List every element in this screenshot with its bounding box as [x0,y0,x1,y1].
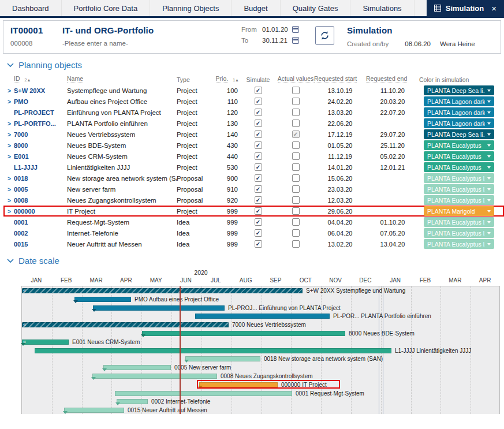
column-header-color-in-simulation[interactable]: Color in simulation [419,76,495,83]
cell-id[interactable]: E001 [14,153,67,160]
simulate-checkbox[interactable]: ✓ [255,120,262,127]
color-dropdown[interactable]: PLANTA Eucalyptus [424,151,494,161]
cell-id[interactable]: 0008 [14,197,67,204]
cell-id[interactable]: PL-PROJECT [14,109,67,116]
actual-values-checkbox[interactable]: ✓ [292,130,300,138]
nav-tab-planning-objects[interactable]: Planning Objects [150,0,232,16]
simulate-checkbox[interactable]: ✓ [255,240,262,248]
nav-tab-budget[interactable]: Budget [232,0,280,16]
simulate-checkbox[interactable]: ✓ [255,185,262,193]
calendar-icon[interactable] [292,26,299,33]
row-expander-icon[interactable]: > [3,197,14,204]
color-dropdown[interactable]: PLANTA Marigold [424,206,494,216]
color-dropdown[interactable]: PLANTA Eucalyptus l... [424,217,494,227]
column-header-name[interactable]: Name [67,75,177,83]
cell-id[interactable]: 0015 [14,241,67,248]
simulate-checkbox[interactable]: ✓ [255,218,262,226]
nav-tab-simulations[interactable]: Simulations [350,0,414,16]
gantt-bar[interactable] [185,356,260,361]
portfolio-name-placeholder[interactable]: -Please enter a name- [62,40,241,47]
close-icon[interactable]: × [491,4,496,13]
nav-tab-simulation-active[interactable]: Simulation × [427,0,504,16]
row-expander-icon[interactable]: > [3,175,14,182]
color-dropdown[interactable]: PLANTA Lagoon dark [424,107,494,117]
simulate-checkbox[interactable]: ✓ [255,130,262,138]
from-date-value[interactable]: 01.01.20 [262,26,292,33]
column-header-prio[interactable]: Prio.1▲ [214,75,239,83]
cell-id[interactable]: 8000 [14,142,67,149]
row-expander-icon[interactable]: > [3,208,14,215]
color-dropdown[interactable]: PLANTA Eucalyptus l... [424,239,494,249]
simulate-checkbox[interactable]: ✓ [255,196,262,204]
actual-values-checkbox[interactable] [292,120,300,127]
gantt-bar[interactable] [115,391,292,396]
row-expander-icon[interactable]: > [3,153,14,160]
column-header-type[interactable]: Type [177,76,214,83]
cell-id[interactable]: S+W 20XX [14,87,67,94]
color-dropdown[interactable]: PLANTA Eucalyptus l... [424,195,494,205]
column-header-actual-values[interactable]: Actual values [277,75,314,83]
actual-values-checkbox[interactable] [292,218,300,226]
actual-values-checkbox[interactable] [292,141,300,149]
actual-values-checkbox[interactable] [292,207,300,215]
cell-id[interactable]: PMO [14,98,67,105]
color-dropdown[interactable]: PLANTA Deep Sea li... [424,85,494,95]
gantt-bar[interactable] [93,305,225,311]
to-date-value[interactable]: 30.11.21 [262,37,292,44]
gantt-bar[interactable]: « [22,322,229,327]
color-dropdown[interactable]: PLANTA Eucalyptus l... [424,173,494,183]
cell-id[interactable]: 0001 [14,219,67,226]
row-expander-icon[interactable]: > [3,186,14,193]
refresh-button[interactable] [315,26,334,45]
gantt-bar[interactable]: « [22,288,303,293]
simulate-checkbox[interactable]: ✓ [255,141,262,149]
actual-values-checkbox[interactable] [292,87,300,94]
actual-values-checkbox[interactable] [292,229,300,237]
nav-tab-dashboard[interactable]: Dashboard [0,0,62,16]
gantt-bar[interactable]: « [22,340,69,345]
gantt-bar[interactable] [103,365,171,370]
actual-values-checkbox[interactable] [292,185,300,193]
calendar-icon[interactable] [292,37,299,44]
row-expander-icon[interactable]: > [3,98,14,105]
row-expander-icon[interactable]: > [3,120,14,127]
color-dropdown[interactable]: PLANTA Deep Sea li... [424,129,494,139]
column-header-id[interactable]: ID2▲ [14,75,67,83]
nav-tab-quality-gates[interactable]: Quality Gates [281,0,351,16]
gantt-bar[interactable] [117,399,148,404]
cell-id[interactable]: L1-JJJJ [14,164,67,171]
actual-values-checkbox[interactable] [292,163,300,171]
gantt-bar[interactable] [142,331,345,336]
gantt-bar[interactable] [92,374,217,379]
gantt-bar[interactable] [74,297,131,302]
simulate-checkbox[interactable]: ✓ [255,98,262,105]
gantt-bar[interactable] [64,408,124,413]
row-expander-icon[interactable]: > [3,87,14,94]
cell-id[interactable]: 000000 [14,208,67,215]
planning-objects-section-header[interactable]: Planning objects [7,60,504,70]
color-dropdown[interactable]: PLANTA Eucalyptus l... [424,184,494,194]
simulate-checkbox[interactable]: ✓ [255,163,262,171]
gantt-bar[interactable] [35,348,391,353]
actual-values-checkbox[interactable] [292,152,300,160]
gantt-bar[interactable] [195,314,330,319]
cell-id[interactable]: 7000 [14,131,67,138]
simulate-checkbox[interactable]: ✓ [255,229,262,237]
simulate-checkbox[interactable]: ✓ [255,87,262,94]
simulate-checkbox[interactable]: ✓ [255,152,262,160]
simulate-checkbox[interactable]: ✓ [255,207,262,215]
color-dropdown[interactable]: PLANTA Lagoon dark [424,118,494,128]
cell-id[interactable]: PL-PORTFO... [14,120,67,127]
date-scale-section-header[interactable]: Date scale [7,256,504,266]
cell-id[interactable]: 0018 [14,175,67,182]
cell-id[interactable]: 0005 [14,186,67,193]
row-expander-icon[interactable]: > [3,142,14,149]
actual-values-checkbox[interactable] [292,196,300,204]
actual-values-checkbox[interactable] [292,174,300,182]
color-dropdown[interactable]: PLANTA Lagoon dark [424,96,494,106]
color-dropdown[interactable]: PLANTA Eucalyptus [424,140,494,150]
color-dropdown[interactable]: PLANTA Eucalyptus l... [424,228,494,238]
simulate-checkbox[interactable]: ✓ [255,109,262,116]
simulate-checkbox[interactable]: ✓ [255,174,262,182]
column-header-simulate[interactable]: Simulate [239,76,277,83]
